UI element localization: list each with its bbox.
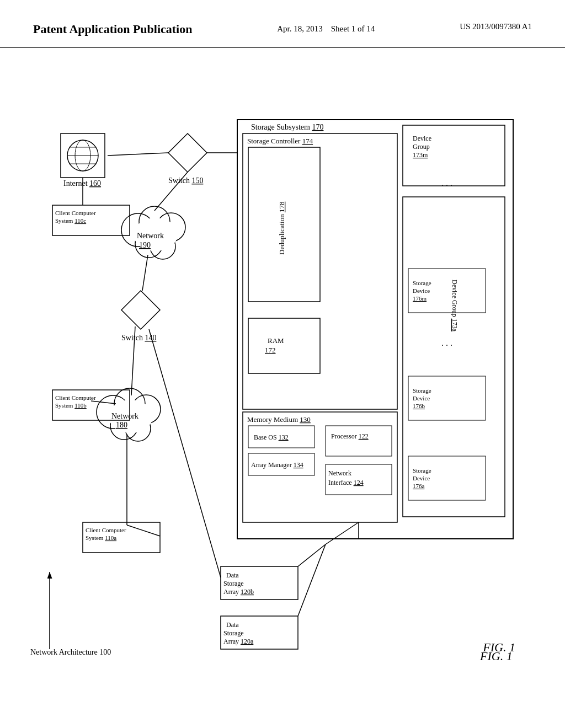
publication-date: Apr. 18, 2013 [277,24,323,33]
client-110a-label: Client Computer [86,527,126,533]
svg-text:Device: Device [413,475,430,481]
svg-text:Array 120b: Array 120b [223,588,254,596]
diagram-area: Network Architecture 100 Internet 160 Sw… [0,48,565,710]
svg-text:Device: Device [413,395,430,402]
storage-device-176a-label: Storage [413,467,431,474]
ram-label: RAM [268,336,284,345]
fig-label-div: FIG. 1 [483,640,515,655]
line-to-subsystem [326,522,359,544]
svg-text:176b: 176b [413,403,425,409]
switch-140-shape [121,291,160,329]
data-storage-120b-label: Data [226,571,239,579]
network-arch-label: Network Architecture 100 [30,648,111,656]
device-group-173m-label: Device [413,135,431,142]
data-storage-120a-label: Data [226,621,239,629]
svg-text:173m: 173m [413,151,428,159]
sheet-info: Sheet 1 of 14 [331,24,375,33]
svg-text:Array 120a: Array 120a [223,638,254,645]
dots-upper: . . . [441,178,452,188]
ram-box [248,318,320,373]
svg-text:Network: Network [137,232,164,240]
line-net180-client110a2 [127,525,160,536]
svg-text:System 110c: System 110c [55,217,86,224]
deduplication-label: Deduplication 178 [278,202,286,255]
storage-device-176m-label: Storage [413,280,431,286]
storage-device-176b-label: Storage [413,387,431,394]
main-diagram-svg: Network Architecture 100 Internet 160 Sw… [0,48,565,710]
svg-text:System 110a: System 110a [86,534,116,541]
device-group-173a-label: Device Group 173a [451,280,459,332]
svg-text:176a: 176a [413,483,425,489]
line-internet-switch150 [108,153,168,156]
client-110c-label: Client Computer [55,210,96,216]
client-110b-label: Client Computer [55,394,96,401]
svg-text:176m: 176m [413,295,427,302]
storage-controller-label: Storage Controller 174 [247,137,313,145]
switch-150-shape [168,133,207,172]
dots-lower: . . . [441,338,452,347]
header-center: Apr. 18, 2013 Sheet 1 of 14 [277,22,375,35]
patent-number: US 2013/0097380 A1 [460,22,532,31]
switch-150-label: Switch 150 [168,176,203,185]
svg-text:Device: Device [413,287,430,294]
svg-text:172: 172 [265,346,276,354]
array-manager-label: Array Manager 134 [251,461,303,469]
svg-text:Network: Network [111,412,138,420]
memory-medium-label: Memory Medium 130 [247,415,311,424]
svg-text:180: 180 [116,421,127,429]
svg-text:Interface 124: Interface 124 [328,479,364,486]
svg-text:Storage: Storage [223,580,244,587]
line-net180-client110b [91,401,116,404]
network-190-cloud: Network 190 [121,206,185,259]
svg-text:System 110b: System 110b [55,402,87,409]
svg-text:190: 190 [139,241,151,249]
network-interface-label: Network [328,469,351,477]
line-net190-switch140 [142,255,148,291]
storage-subsystem-box [237,120,513,539]
processor-box [326,426,392,456]
page-header: Patent Application Publication Apr. 18, … [0,0,565,48]
svg-text:Storage: Storage [223,629,244,637]
internet-label: Internet 160 [63,179,101,188]
svg-text:Group: Group [413,143,430,151]
base-os-label: Base OS 132 [254,433,289,441]
network-180-cloud: Network 180 [97,388,161,441]
publication-title: Patent Application Publication [33,22,192,36]
storage-subsystem-label: Storage Subsystem 170 [251,123,323,131]
processor-label: Processor 122 [331,432,369,440]
